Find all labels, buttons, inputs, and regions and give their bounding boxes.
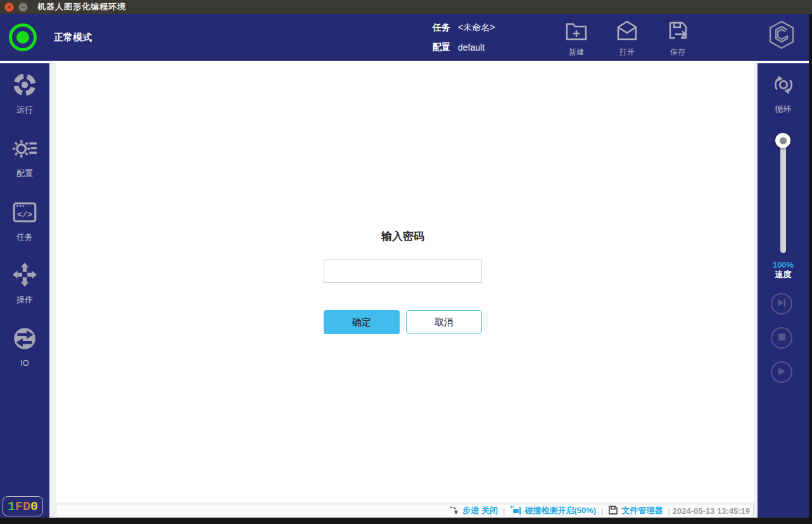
move-arrows-icon	[11, 261, 38, 294]
svg-text:</>: </>	[17, 210, 33, 220]
sidebar-item-io[interactable]: IO	[0, 325, 49, 368]
header: 正常模式 任务 <未命名> 配置 default 新建	[0, 14, 809, 61]
speed-slider-thumb[interactable]	[775, 133, 790, 148]
sidebar-item-label: 配置	[16, 168, 33, 179]
play-triangle-icon	[777, 366, 786, 378]
main-area: 输入密码 确定 取消 步进 关闭 |	[49, 63, 758, 518]
sidebar-item-operate[interactable]: 操作	[0, 261, 49, 306]
password-dialog-title: 输入密码	[324, 229, 482, 244]
skip-next-icon	[777, 298, 787, 310]
app-logo-cube-icon	[766, 18, 797, 54]
window-minimize-button[interactable]: −	[18, 3, 28, 12]
io-exchange-icon	[11, 325, 38, 358]
left-sidebar: 运行 配置 </>	[0, 63, 49, 518]
step-mode-toggle[interactable]: 步进 关闭	[449, 505, 498, 517]
status-code-badge[interactable]: 1FD0	[3, 496, 43, 516]
speed-label: 速度	[758, 270, 809, 279]
save-floppy-icon	[666, 19, 690, 47]
status-separator: |	[668, 506, 669, 516]
new-folder-icon	[564, 19, 588, 47]
file-manager-disk-icon	[608, 505, 618, 517]
collision-robot-icon	[510, 505, 521, 517]
password-input[interactable]	[324, 259, 482, 283]
sidebar-item-label: 运行	[16, 104, 33, 116]
play-button[interactable]	[771, 361, 792, 383]
status-separator: |	[503, 506, 505, 516]
password-dialog: 输入密码 确定 取消	[324, 229, 482, 334]
window-title: 机器人图形化编程环境	[37, 1, 126, 13]
open-envelope-icon	[615, 19, 639, 47]
mode-label: 正常模式	[54, 32, 92, 44]
sidebar-item-run[interactable]: 运行	[0, 72, 49, 116]
code-window-icon: </>	[11, 199, 38, 232]
open-label: 打开	[619, 47, 635, 58]
stop-button[interactable]	[771, 327, 792, 349]
app-window: × − 机器人图形化编程环境 正常模式 任务 <未命名> 配置 default	[0, 0, 809, 518]
badge-char: F	[15, 499, 23, 514]
task-value: <未命名>	[458, 22, 495, 34]
status-separator: |	[601, 506, 603, 516]
sidebar-item-label: IO	[20, 358, 29, 368]
step-forward-button[interactable]	[771, 293, 792, 315]
task-config-info: 任务 <未命名> 配置 default	[433, 21, 495, 60]
loop-mode-button[interactable]: 循环	[758, 72, 809, 115]
open-task-button[interactable]: 打开	[607, 19, 647, 58]
badge-char: 1	[8, 499, 15, 514]
loop-cycle-icon	[770, 72, 797, 104]
file-manager-label: 文件管理器	[621, 505, 663, 516]
loop-label: 循环	[775, 104, 792, 115]
new-task-button[interactable]: 新建	[556, 19, 597, 58]
config-label: 配置	[433, 42, 450, 53]
file-manager-button[interactable]: 文件管理器	[608, 505, 663, 517]
task-label: 任务	[433, 22, 450, 34]
save-label: 保存	[670, 47, 685, 58]
speed-percent: 100%	[758, 260, 809, 270]
gear-settings-icon	[11, 135, 38, 168]
titlebar: × − 机器人图形化编程环境	[0, 0, 812, 14]
sidebar-item-config[interactable]: 配置	[0, 135, 49, 179]
speed-readout: 100% 速度	[758, 260, 809, 279]
content-panel: 输入密码 确定 取消	[56, 63, 754, 502]
collision-detection-toggle[interactable]: 碰撞检测开启(50%)	[510, 505, 596, 517]
clock-timestamp: 2024-05-13 13:45:19	[673, 506, 750, 516]
mode-status-icon	[9, 23, 37, 51]
window-close-button[interactable]: ×	[4, 3, 14, 12]
statusbar: 步进 关闭 | 碰撞检测开启(50%) |	[56, 504, 754, 518]
header-toolbar: 新建 打开	[556, 19, 698, 58]
speed-slider-track[interactable]	[780, 135, 786, 253]
sidebar-item-label: 任务	[16, 232, 33, 243]
badge-char: 0	[30, 499, 38, 514]
sidebar-item-task[interactable]: </> 任务	[0, 199, 49, 243]
slider-thumb-dot	[780, 137, 787, 144]
cancel-button[interactable]: 取消	[406, 310, 482, 334]
step-arrow-icon	[449, 505, 459, 517]
sidebar-item-label: 操作	[16, 294, 33, 306]
config-value: default	[458, 42, 485, 53]
right-sidebar: 循环 100% 速度	[758, 63, 809, 518]
badge-char: D	[23, 499, 30, 514]
ok-button[interactable]: 确定	[324, 310, 400, 334]
step-mode-label: 步进 关闭	[462, 505, 498, 516]
new-label: 新建	[569, 47, 584, 58]
stop-square-icon	[778, 332, 786, 344]
save-task-button[interactable]: 保存	[657, 19, 698, 58]
collision-detection-label: 碰撞检测开启(50%)	[524, 505, 596, 516]
run-target-icon	[11, 72, 38, 104]
mode-indicator: 正常模式	[9, 23, 92, 51]
